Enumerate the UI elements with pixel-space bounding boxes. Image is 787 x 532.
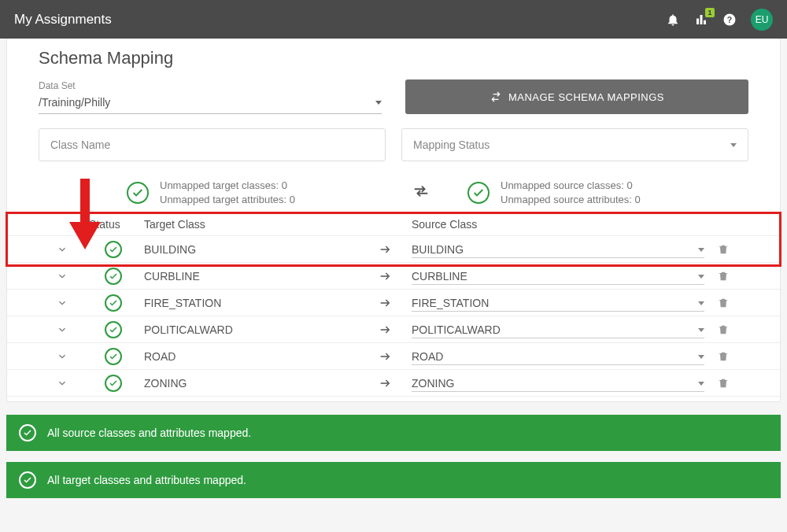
page-title-topbar: My Assignments	[14, 12, 112, 28]
swap-icon	[490, 91, 502, 103]
bell-icon[interactable]	[666, 13, 680, 27]
chevron-down-icon	[698, 355, 704, 359]
avatar[interactable]: EU	[751, 9, 773, 31]
delete-row-button[interactable]	[708, 243, 739, 256]
target-class-value: BUILDING	[141, 243, 361, 256]
unmapped-target-classes: Unmapped target classes: 0	[160, 179, 295, 193]
topbar-icons: 1 ? EU	[666, 9, 773, 31]
chevron-down-icon	[698, 248, 704, 252]
banner-source-mapped: All source classes and attributes mapped…	[6, 415, 781, 451]
check-circle-icon	[105, 268, 122, 285]
target-class-value: POLITICALWARD	[141, 323, 361, 336]
unmapped-target-attrs: Unmapped target attributes: 0	[160, 193, 295, 207]
chart-icon[interactable]: 1	[694, 13, 708, 27]
delete-row-button[interactable]	[708, 297, 739, 309]
row-status	[86, 321, 141, 338]
manage-schema-mappings-button[interactable]: MANAGE SCHEMA MAPPINGS	[405, 79, 748, 114]
delete-row-button[interactable]	[708, 377, 739, 390]
dataset-select[interactable]: /Training/Philly	[39, 91, 382, 114]
mapping-table: Status Target Class Source Class BUILDIN…	[7, 213, 780, 397]
annotation-arrow	[69, 179, 101, 249]
check-circle-icon	[19, 471, 36, 489]
target-class-value: FIRE_STATION	[141, 297, 361, 309]
table-row: BUILDING BUILDING	[7, 236, 780, 263]
check-circle-icon	[467, 182, 490, 204]
table-row: FIRE_STATION FIRE_STATION	[7, 290, 780, 316]
source-class-select[interactable]: ROAD	[408, 347, 708, 365]
check-circle-icon	[105, 321, 122, 338]
banner-target-text: All target classes and attributes mapped…	[47, 474, 246, 486]
expand-row-button[interactable]	[39, 378, 86, 389]
chevron-down-icon	[698, 301, 704, 305]
chart-badge: 1	[705, 8, 715, 17]
svg-text:?: ?	[727, 14, 732, 24]
chevron-down-icon	[698, 382, 704, 386]
mapping-status-filter[interactable]: Mapping Status	[401, 128, 748, 161]
unmapped-source-attrs: Unmapped source attributes: 0	[501, 193, 641, 207]
chevron-down-icon	[698, 328, 704, 332]
source-class-value: CURBLINE	[412, 270, 467, 283]
table-row: ROAD ROAD	[7, 343, 780, 370]
main-card: Schema Mapping Data Set /Training/Philly…	[6, 39, 781, 402]
dataset-label: Data Set	[39, 80, 382, 91]
arrow-right-icon	[361, 270, 408, 283]
check-circle-icon	[105, 348, 122, 365]
check-circle-icon	[19, 424, 36, 441]
chevron-down-icon	[375, 101, 382, 105]
check-circle-icon	[127, 182, 149, 204]
source-class-value: FIRE_STATION	[412, 297, 489, 309]
page-title: Schema Mapping	[39, 48, 748, 68]
arrow-right-icon	[361, 377, 408, 390]
row-status	[86, 294, 141, 312]
col-target: Target Class	[141, 218, 361, 231]
table-row: POLITICALWARD POLITICALWARD	[7, 316, 780, 343]
arrow-right-icon	[361, 350, 408, 363]
unmapped-source-classes: Unmapped source classes: 0	[501, 179, 641, 193]
arrow-right-icon	[361, 297, 408, 309]
class-name-filter[interactable]	[39, 128, 386, 161]
arrow-right-icon	[361, 323, 408, 336]
source-class-select[interactable]: ZONING	[408, 374, 708, 392]
check-circle-icon	[105, 375, 122, 392]
manage-btn-label: MANAGE SCHEMA MAPPINGS	[508, 91, 664, 103]
col-source: Source Class	[408, 218, 708, 231]
chevron-down-icon	[730, 143, 737, 147]
table-row: ZONING ZONING	[7, 370, 780, 397]
row-status	[86, 268, 141, 285]
source-class-select[interactable]: BUILDING	[408, 240, 708, 258]
source-class-value: BUILDING	[412, 243, 464, 256]
delete-row-button[interactable]	[708, 270, 739, 283]
expand-row-button[interactable]	[39, 351, 86, 362]
target-class-value: ZONING	[141, 377, 361, 390]
expand-row-button[interactable]	[39, 271, 86, 282]
check-circle-icon	[105, 294, 122, 312]
banner-source-text: All source classes and attributes mapped…	[47, 427, 251, 439]
source-class-select[interactable]: CURBLINE	[408, 267, 708, 285]
mapping-status-placeholder: Mapping Status	[413, 139, 490, 151]
chevron-down-icon	[698, 275, 704, 279]
help-icon[interactable]: ?	[722, 13, 737, 27]
row-status	[86, 348, 141, 365]
target-class-value: CURBLINE	[141, 270, 361, 283]
arrow-right-icon	[361, 243, 408, 256]
source-class-value: ZONING	[412, 377, 454, 390]
topbar: My Assignments 1 ? EU	[0, 0, 787, 39]
check-circle-icon	[105, 241, 122, 258]
table-row: CURBLINE CURBLINE	[7, 263, 780, 290]
banner-target-mapped: All target classes and attributes mapped…	[6, 462, 781, 498]
delete-row-button[interactable]	[708, 323, 739, 336]
source-class-select[interactable]: FIRE_STATION	[408, 294, 708, 312]
source-class-select[interactable]: POLITICALWARD	[408, 320, 708, 338]
row-status	[86, 375, 141, 392]
target-class-value: ROAD	[141, 350, 361, 363]
dataset-field: Data Set /Training/Philly	[39, 80, 382, 114]
source-class-value: ROAD	[412, 350, 443, 363]
source-class-value: POLITICALWARD	[412, 323, 501, 336]
expand-row-button[interactable]	[39, 297, 86, 308]
delete-row-button[interactable]	[708, 350, 739, 363]
expand-row-button[interactable]	[39, 324, 86, 335]
class-name-input[interactable]	[50, 139, 374, 151]
swap-horiz-icon	[412, 183, 430, 203]
dataset-value: /Training/Philly	[39, 96, 110, 109]
